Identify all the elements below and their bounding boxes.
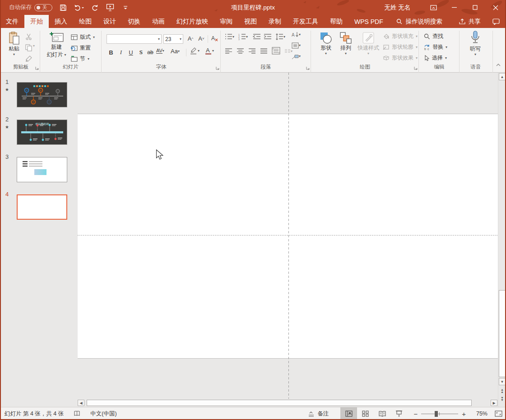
zoom-in-button[interactable]: +	[462, 410, 466, 418]
tab-record[interactable]: 录制	[263, 15, 287, 28]
clipboard-dialog-launcher[interactable]	[35, 66, 39, 70]
scroll-up-button[interactable]: ▲	[499, 73, 506, 80]
numbering-button[interactable]: 123 ▾	[238, 33, 248, 40]
align-right-button[interactable]	[248, 48, 256, 55]
accessibility-checker-icon[interactable]	[74, 411, 80, 417]
user-name[interactable]: 无姓 无名	[384, 4, 410, 12]
font-name-dropdown-arrow[interactable]: ▾	[156, 37, 161, 41]
line-spacing-button[interactable]: ▾	[275, 33, 285, 40]
character-spacing-button[interactable]: AV▾	[156, 48, 164, 54]
italic-button[interactable]: I	[116, 48, 125, 57]
share-button[interactable]: 共享	[459, 18, 481, 26]
underline-button[interactable]: U	[126, 48, 135, 57]
font-color-button[interactable]: A ▾	[205, 47, 214, 55]
format-painter-button[interactable]	[25, 55, 32, 62]
redo-button[interactable]	[90, 2, 99, 13]
convert-smartart-button[interactable]: ▾	[292, 53, 301, 60]
zoom-slider[interactable]	[421, 414, 458, 414]
font-name-input[interactable]	[107, 36, 156, 42]
previous-slide-button[interactable]: ▲▲	[499, 387, 506, 394]
text-shadow-button[interactable]: S	[136, 48, 145, 57]
font-size-combobox[interactable]: ▾	[163, 34, 183, 44]
autosave-control[interactable]: 自动保存 关	[9, 4, 52, 11]
tab-file[interactable]: 文件	[0, 15, 24, 28]
paragraph-dialog-launcher[interactable]	[306, 66, 310, 70]
slide-sorter-view-button[interactable]	[357, 407, 374, 420]
font-name-combobox[interactable]: ▾	[107, 34, 162, 44]
tab-developer[interactable]: 开发工具	[287, 15, 324, 28]
layout-button[interactable]: 版式▾	[71, 33, 95, 41]
new-slide-button[interactable]: 新建 幻灯片 ▾	[44, 32, 69, 59]
copy-button[interactable]: ▾	[25, 44, 35, 51]
decrease-font-size-button[interactable]: A˅	[197, 34, 206, 43]
tab-draw[interactable]: 绘图	[73, 15, 97, 28]
normal-view-button[interactable]	[340, 407, 357, 420]
align-center-button[interactable]	[237, 48, 244, 55]
customize-qat-button[interactable]	[121, 2, 130, 13]
zoom-slider-thumb[interactable]	[435, 411, 438, 417]
shape-fill-button[interactable]: 形状填充▾	[383, 32, 418, 40]
scroll-right-button[interactable]: ▶	[491, 400, 497, 406]
find-button[interactable]: 查找	[424, 32, 443, 40]
fit-slide-to-window-icon[interactable]	[495, 411, 502, 417]
shape-outline-button[interactable]: 形状轮廓▾	[383, 43, 418, 51]
horizontal-scroll-thumb[interactable]	[87, 400, 472, 406]
dictate-button[interactable]: 听写 ▾	[464, 31, 487, 56]
align-left-button[interactable]	[225, 48, 232, 55]
slide-canvas[interactable]	[78, 73, 498, 407]
tab-insert[interactable]: 插入	[49, 15, 73, 28]
bold-button[interactable]: B	[107, 48, 116, 57]
ribbon-display-options-button[interactable]	[423, 0, 444, 15]
reading-view-button[interactable]	[374, 407, 390, 420]
clear-formatting-button[interactable]: A	[210, 34, 219, 43]
slide-editing-surface[interactable]	[78, 114, 498, 359]
shapes-button[interactable]: 形状 ▾	[317, 32, 335, 55]
cut-button[interactable]	[25, 33, 32, 40]
drawing-dialog-launcher[interactable]	[414, 66, 418, 70]
vertical-guide[interactable]	[288, 73, 289, 399]
tab-help[interactable]: 帮助	[324, 15, 348, 28]
increase-font-size-button[interactable]: A^	[186, 34, 195, 43]
slide-2-thumbnail[interactable]: 项目里程碑	[17, 120, 67, 145]
tell-me-search[interactable]: 操作说明搜索	[396, 15, 442, 28]
undo-button[interactable]	[74, 2, 84, 13]
next-slide-button[interactable]: ▼▼	[499, 395, 506, 402]
tab-wps-pdf[interactable]: WPS PDF	[348, 15, 389, 28]
comments-icon[interactable]	[492, 18, 500, 25]
tab-transitions[interactable]: 切换	[122, 15, 146, 28]
shape-effects-button[interactable]: 形状效果▾	[383, 54, 418, 62]
distribute-columns-button[interactable]	[272, 47, 280, 55]
slide-position-indicator[interactable]: 幻灯片 第 4 张，共 4 张	[5, 410, 64, 418]
slide-3-thumbnail[interactable]	[17, 157, 67, 182]
tab-view[interactable]: 视图	[238, 15, 263, 28]
horizontal-guide[interactable]	[78, 235, 498, 235]
tab-review[interactable]: 审阅	[214, 15, 238, 28]
autosave-toggle[interactable]: 关	[34, 4, 52, 11]
save-button[interactable]	[59, 2, 68, 13]
reset-button[interactable]: 重置	[71, 44, 91, 52]
decrease-indent-button[interactable]	[253, 33, 261, 40]
zoom-percentage[interactable]: 75%	[472, 411, 487, 417]
text-direction-button[interactable]: A ▾	[292, 32, 301, 38]
justify-button[interactable]	[260, 48, 268, 55]
select-button[interactable]: 选择▾	[424, 54, 447, 62]
slide-1-thumbnail[interactable]	[17, 82, 67, 107]
paste-button[interactable]: 粘贴 ▾	[8, 32, 20, 56]
collapse-ribbon-button[interactable]	[496, 63, 501, 67]
scroll-down-button[interactable]: ▼	[499, 378, 506, 385]
tab-home[interactable]: 开始	[24, 15, 49, 28]
section-button[interactable]: 节▾	[71, 55, 89, 63]
scroll-left-button[interactable]: ◀	[78, 400, 84, 406]
tab-design[interactable]: 设计	[97, 15, 122, 28]
maximize-button[interactable]	[464, 0, 485, 15]
arrange-button[interactable]: 排列 ▾	[337, 32, 355, 55]
notes-button[interactable]: 备注	[308, 410, 329, 418]
zoom-out-button[interactable]: −	[413, 410, 418, 418]
minimize-button[interactable]	[444, 0, 464, 15]
horizontal-scrollbar[interactable]: ◀ ▶	[78, 399, 498, 407]
vertical-scroll-thumb[interactable]	[499, 290, 506, 377]
align-text-button[interactable]: ▾	[292, 42, 301, 49]
close-button[interactable]	[485, 0, 506, 15]
increase-indent-button[interactable]	[264, 33, 272, 40]
start-slideshow-button[interactable]	[106, 2, 115, 13]
